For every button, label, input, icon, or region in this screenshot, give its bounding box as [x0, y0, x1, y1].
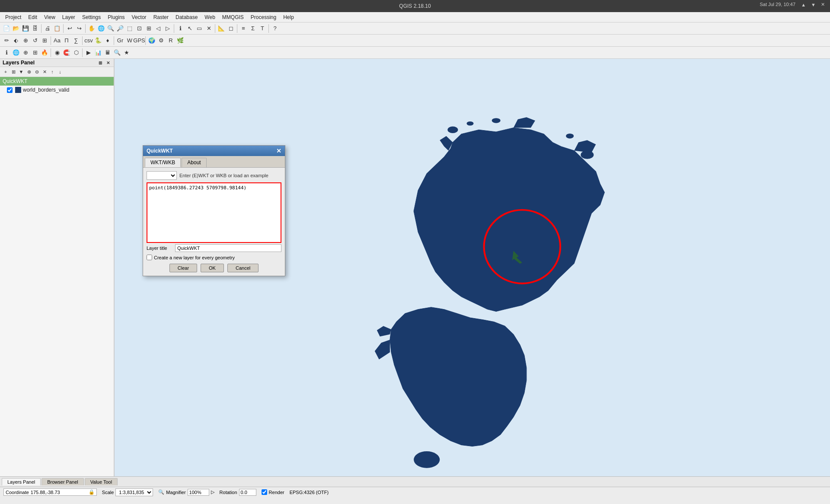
zoom-next-btn[interactable]: ▷ — [163, 24, 172, 33]
calc2-btn[interactable]: 🖩 — [103, 48, 112, 57]
tab-value-tool[interactable]: Value Tool — [85, 478, 118, 485]
scale-btn[interactable]: ⊞ — [40, 36, 49, 45]
menu-view[interactable]: View — [41, 13, 59, 21]
zoom-full-btn[interactable]: ⬚ — [125, 24, 134, 33]
grass-btn[interactable]: 🌿 — [176, 36, 185, 45]
zoom-last-btn[interactable]: ◁ — [153, 24, 163, 33]
help-btn[interactable]: ? — [270, 24, 280, 33]
node-btn[interactable]: ⬖ — [11, 36, 21, 45]
identify-btn[interactable]: ℹ — [176, 24, 185, 33]
open-btn[interactable]: 📂 — [11, 24, 21, 33]
panel-close-btn[interactable]: ✕ — [105, 60, 111, 66]
snap-btn[interactable]: 🧲 — [62, 48, 71, 57]
dialog-close-button[interactable]: ✕ — [276, 147, 281, 154]
scale-select[interactable]: 1:3,831,835 — [115, 488, 153, 496]
gps-btn[interactable]: GPS — [134, 36, 144, 45]
save-btn[interactable]: 💾 — [21, 24, 30, 33]
menu-project[interactable]: Project — [2, 13, 25, 21]
magnifier-input[interactable] — [188, 489, 209, 496]
new-project-btn[interactable]: 📄 — [2, 24, 11, 33]
expand-all-btn[interactable]: ⊕ — [25, 68, 33, 76]
tab-browser-panel[interactable]: Browser Panel — [42, 478, 84, 485]
filter-btn[interactable]: ▼ — [17, 68, 25, 76]
layer-btn[interactable]: ⊕ — [21, 48, 30, 57]
field-calc-btn[interactable]: ∑ — [71, 36, 81, 45]
move-down-btn[interactable]: ↓ — [56, 68, 64, 76]
window-controls[interactable]: ▲ ▼ ✕ — [799, 2, 827, 7]
menu-settings[interactable]: Settings — [79, 13, 104, 21]
ruby-btn[interactable]: ♦ — [103, 36, 112, 45]
rotate-btn[interactable]: ↺ — [30, 36, 40, 45]
group-btn[interactable]: ⊞ — [10, 68, 17, 76]
identify2-btn[interactable]: ℹ — [2, 48, 11, 57]
zoom-select-btn[interactable]: ⊞ — [144, 24, 153, 33]
search-btn[interactable]: 🔍 — [112, 48, 122, 57]
example-dropdown[interactable] — [147, 171, 177, 180]
add-layer-btn[interactable]: + — [2, 68, 10, 76]
bookmark-btn[interactable]: ★ — [122, 48, 131, 57]
menu-database[interactable]: Database — [172, 13, 201, 21]
new-layer-checkbox[interactable] — [147, 255, 152, 260]
zoom-in-btn[interactable]: 🔍 — [106, 24, 115, 33]
menu-help[interactable]: Help — [280, 13, 297, 21]
menu-raster[interactable]: Raster — [150, 13, 172, 21]
pan-to-btn[interactable]: 🌐 — [96, 24, 106, 33]
move-btn[interactable]: ⊕ — [21, 36, 30, 45]
python-btn[interactable]: 🐍 — [93, 36, 103, 45]
edit-btn[interactable]: ✏ — [2, 36, 11, 45]
menu-edit[interactable]: Edit — [25, 13, 41, 21]
coordinate-input[interactable] — [31, 490, 87, 495]
undo-btn[interactable]: ↩ — [65, 24, 74, 33]
close-button[interactable]: ✕ — [819, 2, 827, 7]
pan-btn[interactable]: ✋ — [87, 24, 96, 33]
measure-area-btn[interactable]: ◻ — [226, 24, 236, 33]
collapse-all-btn[interactable]: ⊖ — [33, 68, 41, 76]
magnifier-slider-btn[interactable]: ▷ — [211, 489, 214, 495]
print2-btn[interactable]: 📋 — [52, 24, 62, 33]
zoom-layer-btn[interactable]: ⊡ — [134, 24, 144, 33]
menu-plugins[interactable]: Plugins — [104, 13, 128, 21]
heatmap-btn[interactable]: 🔥 — [40, 48, 49, 57]
epsg-box[interactable]: EPSG:4326 (OTF) — [290, 490, 329, 495]
clear-button[interactable]: Clear — [169, 264, 197, 272]
panel-expand-btn[interactable]: ⊞ — [97, 60, 103, 66]
tab-wktwkb[interactable]: WKT/WKB — [145, 158, 181, 167]
deselect-btn[interactable]: ✕ — [204, 24, 214, 33]
digitize-btn[interactable]: ◉ — [52, 48, 62, 57]
stats-btn[interactable]: Σ — [248, 24, 258, 33]
wkt-input[interactable]: point(1849386.27243 5709798.98144) — [147, 182, 281, 243]
select-rect-btn[interactable]: ▭ — [195, 24, 204, 33]
select-btn[interactable]: ↖ — [185, 24, 195, 33]
menu-mmqgis[interactable]: MMQGIS — [219, 13, 247, 21]
measure-btn[interactable]: 📐 — [217, 24, 226, 33]
layer-group-quickwkt[interactable]: QuickWKT — [0, 77, 114, 86]
label-edit-btn[interactable]: Aa — [52, 36, 62, 45]
remove-layer-btn[interactable]: ✕ — [41, 68, 48, 76]
save-as-btn[interactable]: 🗄 — [30, 24, 40, 33]
diagram-btn[interactable]: Π — [62, 36, 71, 45]
menu-web[interactable]: Web — [201, 13, 218, 21]
tab-about[interactable]: About — [182, 158, 206, 167]
layer-item-world[interactable]: world_borders_valid — [0, 86, 114, 94]
csv-btn[interactable]: csv — [84, 36, 93, 45]
map-server-btn[interactable]: ⚙ — [156, 36, 166, 45]
attr-table-btn[interactable]: ≡ — [239, 24, 248, 33]
r-btn[interactable]: R — [166, 36, 176, 45]
wms-btn[interactable]: 🌍 — [147, 36, 156, 45]
menu-vector[interactable]: Vector — [128, 13, 150, 21]
ok-button[interactable]: OK — [201, 264, 224, 272]
cancel-button[interactable]: Cancel — [227, 264, 259, 272]
layer-visibility-world[interactable] — [7, 87, 13, 93]
process-btn[interactable]: ▶ — [84, 48, 93, 57]
move-up-btn[interactable]: ↑ — [48, 68, 56, 76]
menu-layer[interactable]: Layer — [59, 13, 79, 21]
chart-btn[interactable]: 📊 — [93, 48, 103, 57]
topology-btn[interactable]: ⬡ — [71, 48, 81, 57]
label-btn[interactable]: T — [258, 24, 267, 33]
layer-title-input[interactable] — [175, 244, 281, 252]
tab-layers-panel[interactable]: Layers Panel — [2, 478, 41, 485]
georef-btn[interactable]: Gr — [115, 36, 125, 45]
rotation-input[interactable] — [239, 489, 256, 496]
maximize-button[interactable]: ▼ — [809, 2, 817, 7]
tile-btn[interactable]: ⊞ — [30, 48, 40, 57]
